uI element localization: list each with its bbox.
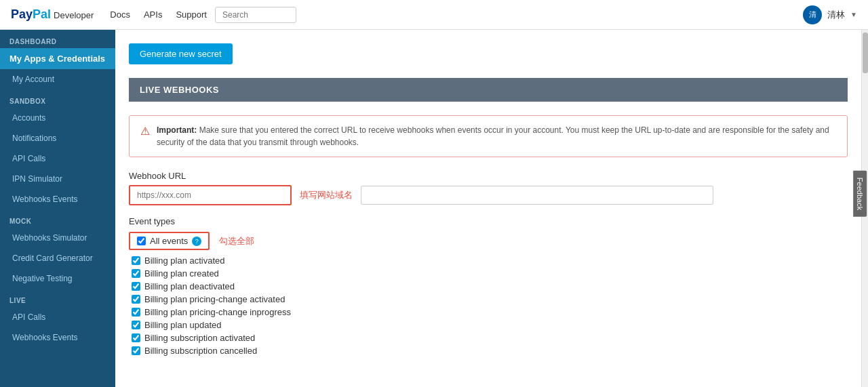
sidebar-item-notifications[interactable]: Notifications <box>0 128 115 148</box>
alert-bold: Important: <box>157 125 197 135</box>
sidebar-item-ipn-simulator[interactable]: IPN Simulator <box>0 169 115 189</box>
main-content: Generate new secret LIVE WEBHOOKS ⚠ Impo… <box>115 30 868 387</box>
top-nav: PayPalDeveloper Docs APIs Support 清 清林 ▼ <box>0 0 868 30</box>
event-checkbox-4[interactable] <box>132 308 140 317</box>
sidebar: DASHBOARD My Apps & Credentials My Accou… <box>0 30 115 387</box>
sidebar-section-mock: MOCK <box>0 209 115 228</box>
logo-pay: Pay <box>11 7 33 21</box>
page-wrapper: DASHBOARD My Apps & Credentials My Accou… <box>0 30 868 387</box>
content-area: Generate new secret LIVE WEBHOOKS ⚠ Impo… <box>115 30 868 387</box>
nav-docs[interactable]: Docs <box>110 9 130 20</box>
webhook-url-row: 填写网站域名 <box>129 185 848 205</box>
nav-links: Docs APIs Support <box>110 9 207 20</box>
event-checkbox-label-7: Billing subscription cancelled <box>144 346 257 356</box>
all-events-box: All events ? <box>129 232 210 250</box>
event-checkbox-3[interactable] <box>132 295 140 304</box>
webhook-url-input[interactable] <box>129 185 292 205</box>
alert-body: Make sure that you entered the correct U… <box>157 125 829 147</box>
sidebar-section-live: LIVE <box>0 289 115 307</box>
event-checkbox-list: Billing plan activatedBilling plan creat… <box>129 256 848 356</box>
sidebar-item-accounts[interactable]: Accounts <box>0 108 115 128</box>
generate-new-secret-button[interactable]: Generate new secret <box>129 43 233 64</box>
url-hint-text: 填写网站域名 <box>300 189 353 201</box>
event-checkbox-label-5: Billing plan updated <box>144 320 221 330</box>
event-checkbox-1[interactable] <box>132 269 140 278</box>
sidebar-item-negative-testing[interactable]: Negative Testing <box>0 268 115 289</box>
paypal-logo: PayPalDeveloper <box>11 7 94 22</box>
sidebar-item-webhooks-events[interactable]: Webhooks Events <box>0 189 115 209</box>
event-checkbox-5[interactable] <box>132 321 140 329</box>
alert-box: ⚠ Important: Make sure that you entered … <box>129 115 848 157</box>
event-checkbox-label-3: Billing plan pricing-change activated <box>144 294 285 304</box>
alert-text: Important: Make sure that you entered th… <box>157 124 836 148</box>
nav-apis[interactable]: APIs <box>144 9 162 20</box>
sidebar-item-my-apps[interactable]: My Apps & Credentials <box>0 48 115 69</box>
sidebar-item-credit-card-generator[interactable]: Credit Card Generator <box>0 248 115 268</box>
sidebar-item-live-webhooks-events[interactable]: Webhooks Events <box>0 327 115 348</box>
feedback-tab[interactable]: Feedback <box>853 170 867 216</box>
event-checkbox-2[interactable] <box>132 282 140 291</box>
event-checkbox-label-2: Billing plan deactivated <box>144 281 235 291</box>
section-header-live-webhooks: LIVE WEBHOOKS <box>129 78 848 102</box>
search-input[interactable] <box>215 7 296 23</box>
checkbox-item: Billing plan created <box>132 268 848 279</box>
event-types-label: Event types <box>129 216 848 226</box>
user-dropdown-arrow[interactable]: ▼ <box>850 11 857 18</box>
event-checkbox-label-0: Billing plan activated <box>144 256 225 266</box>
warning-icon: ⚠ <box>140 125 150 138</box>
all-events-checkbox[interactable] <box>137 237 146 245</box>
event-checkbox-6[interactable] <box>132 333 140 342</box>
sidebar-item-live-api-calls[interactable]: API Calls <box>0 307 115 327</box>
sidebar-section-dashboard: DASHBOARD <box>0 30 115 48</box>
avatar: 清 <box>803 5 822 24</box>
checkbox-item: Billing subscription cancelled <box>132 346 848 356</box>
event-checkbox-label-4: Billing plan pricing-change inprogress <box>144 307 291 317</box>
webhook-url-full-input[interactable] <box>361 186 713 205</box>
logo-dev: Developer <box>54 10 94 20</box>
all-events-row: All events ? 勾选全部 <box>129 232 848 250</box>
nav-support[interactable]: Support <box>176 9 207 20</box>
all-events-info-icon[interactable]: ? <box>192 237 201 246</box>
checkbox-item: Billing plan activated <box>132 256 848 266</box>
event-types-group: Event types All events ? 勾选全部 Billing pl… <box>129 216 848 356</box>
event-checkbox-label-6: Billing subscription activated <box>144 333 255 343</box>
logo-pal: Pal <box>33 7 51 21</box>
checkbox-item: Billing plan updated <box>132 320 848 330</box>
all-events-check-label: All events <box>150 236 188 246</box>
checkbox-item: Billing subscription activated <box>132 333 848 343</box>
event-checkbox-0[interactable] <box>132 256 140 265</box>
select-all-hint: 勾选全部 <box>219 235 254 247</box>
webhook-url-field-group: Webhook URL 填写网站域名 <box>129 171 848 205</box>
checkbox-item: Billing plan deactivated <box>132 281 848 291</box>
scrollbar-thumb <box>863 33 868 73</box>
nav-right: 清 清林 ▼ <box>803 5 857 24</box>
user-name: 清林 <box>827 9 845 21</box>
checkbox-item: Billing plan pricing-change activated <box>132 294 848 304</box>
webhook-url-label: Webhook URL <box>129 171 848 181</box>
sidebar-item-api-calls[interactable]: API Calls <box>0 148 115 169</box>
event-checkbox-label-1: Billing plan created <box>144 268 219 279</box>
sidebar-section-sandbox: SANDBOX <box>0 89 115 108</box>
sidebar-item-my-account[interactable]: My Account <box>0 69 115 89</box>
sidebar-item-webhooks-simulator[interactable]: Webhooks Simulator <box>0 228 115 248</box>
event-checkbox-7[interactable] <box>132 346 140 355</box>
checkbox-item: Billing plan pricing-change inprogress <box>132 307 848 317</box>
